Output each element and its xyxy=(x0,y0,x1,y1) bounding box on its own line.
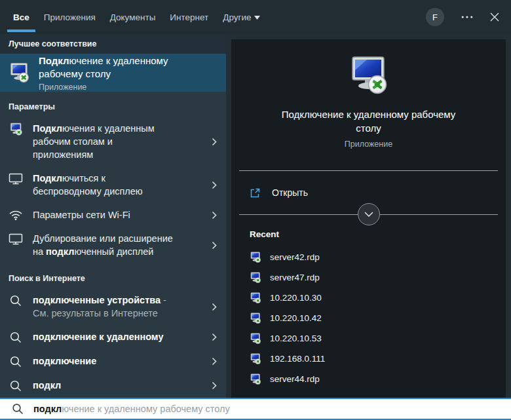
search-icon xyxy=(9,379,23,392)
search-window: Все Приложения Документы Интернет Другие xyxy=(0,0,511,420)
preview-panel: Подключение к удаленному рабочему столу … xyxy=(226,34,511,398)
settings-item[interactable]: Подключения к удаленным рабочим столам и… xyxy=(0,117,226,166)
settings-list: Подключения к удаленным рабочим столам и… xyxy=(0,117,226,263)
recent-item-label: 10.220.10.53 xyxy=(270,334,322,343)
settings-section-header: Параметры xyxy=(0,92,226,117)
chevron-right-icon xyxy=(212,241,217,250)
rdp-file-icon xyxy=(250,373,261,385)
rdp-app-icon-large xyxy=(348,55,390,97)
recent-item[interactable]: 10.220.10.42 xyxy=(231,308,506,328)
monitor-icon xyxy=(9,233,23,246)
web-search-item[interactable]: подкл xyxy=(0,373,226,398)
chevron-right-icon xyxy=(212,211,217,220)
content-area: Лучшее соответствие Подключен xyxy=(0,34,511,398)
monitor-icon xyxy=(9,172,23,185)
search-filter-tab[interactable]: Приложения xyxy=(43,0,97,34)
recent-item-label: server44.rdp xyxy=(270,374,320,384)
preview-subtitle: Приложение xyxy=(345,140,392,149)
web-search-item[interactable]: подключение xyxy=(0,349,226,373)
web-search-item[interactable]: подключенные устройства - См. результаты… xyxy=(0,288,226,325)
tab-bar: Все Приложения Документы Интернет Другие xyxy=(12,0,261,34)
more-options-icon[interactable] xyxy=(461,16,473,18)
results-panel: Лучшее соответствие Подключен xyxy=(0,34,226,398)
recent-item-label: 10.220.10.30 xyxy=(270,293,322,303)
best-match-header: Лучшее соответствие xyxy=(0,34,226,54)
search-bar[interactable]: подключение к удаленному рабочему столу xyxy=(0,398,511,420)
preview-card: Подключение к удаленному рабочему столу … xyxy=(231,39,506,398)
recent-item-label: 10.220.10.42 xyxy=(270,313,322,323)
web-search-section-header: Поиск в Интернете xyxy=(0,263,226,288)
recent-item[interactable]: 10.220.10.30 xyxy=(231,288,506,308)
avatar-letter: F xyxy=(432,12,438,22)
recent-item[interactable]: server42.rdp xyxy=(231,247,506,267)
search-filter-tab[interactable]: Документы xyxy=(109,0,157,34)
recent-item-label: server47.rdp xyxy=(270,273,320,282)
topbar-actions: F xyxy=(426,8,511,26)
best-match-title: Подключение к удаленному рабочему столу xyxy=(39,54,170,81)
search-icon xyxy=(9,294,23,307)
recent-item-label: 192.168.0.111 xyxy=(270,354,325,364)
rdp-file-icon xyxy=(250,333,261,345)
recent-item[interactable]: 10.220.10.53 xyxy=(231,328,506,349)
rdp-file-icon xyxy=(250,353,261,365)
search-filter-tab[interactable]: Другие xyxy=(221,0,261,34)
rdp-file-icon xyxy=(250,313,261,324)
chevron-right-icon xyxy=(212,181,217,189)
chevron-right-icon xyxy=(212,138,217,146)
open-label: Открыть xyxy=(272,187,308,198)
rdp-app-icon xyxy=(9,62,30,84)
web-search-item[interactable]: подключение к удаленному xyxy=(0,325,226,349)
rdp-file-icon xyxy=(250,272,261,284)
settings-item[interactable]: Параметры сети Wi-Fi xyxy=(0,203,226,227)
topbar: Все Приложения Документы Интернет Другие xyxy=(0,0,511,34)
best-match-text: Подключение к удаленному рабочему столу … xyxy=(39,54,170,92)
rdp-small-icon xyxy=(9,123,23,136)
search-typed-text: подкл xyxy=(33,404,62,414)
search-filter-tab[interactable]: Все xyxy=(12,0,31,34)
chevron-right-icon xyxy=(212,333,217,341)
recent-item[interactable]: 192.168.0.111 xyxy=(231,349,506,369)
recent-item[interactable]: server47.rdp xyxy=(231,267,506,288)
chevron-down-icon xyxy=(254,16,260,20)
best-match-subtitle: Приложение xyxy=(39,83,170,92)
preview-title: Подключение к удаленному рабочему столу xyxy=(271,107,467,135)
search-icon xyxy=(9,331,23,344)
close-icon[interactable] xyxy=(490,12,499,22)
rdp-file-icon xyxy=(250,292,261,304)
expand-button[interactable] xyxy=(358,203,380,225)
chevron-right-icon xyxy=(212,303,217,311)
recent-item[interactable]: server44.rdp xyxy=(231,369,506,389)
wifi-icon xyxy=(9,209,23,221)
recent-list: server42.rdp xyxy=(231,247,506,389)
recent-item-label: server42.rdp xyxy=(270,252,320,262)
expand-divider xyxy=(231,214,506,215)
open-external-icon xyxy=(250,187,261,199)
search-icon xyxy=(9,355,23,368)
settings-item[interactable]: Подключиться к беспроводному дисплею xyxy=(0,166,226,203)
avatar[interactable]: F xyxy=(426,8,444,26)
search-input[interactable]: подключение к удаленному рабочему столу xyxy=(33,404,230,414)
web-search-list: подключенные устройства - См. результаты… xyxy=(0,288,226,398)
search-filter-tab[interactable]: Интернет xyxy=(168,0,210,34)
chevron-right-icon xyxy=(212,381,217,390)
search-completion-text: ючение к удаленному рабочему столу xyxy=(62,404,229,414)
settings-item[interactable]: Дублирование или расширение на подключен… xyxy=(0,227,226,263)
search-icon xyxy=(12,403,24,415)
rdp-file-icon xyxy=(250,252,261,263)
chevron-right-icon xyxy=(212,357,217,366)
best-match-item[interactable]: Подключение к удаленному рабочему столу … xyxy=(0,54,226,92)
